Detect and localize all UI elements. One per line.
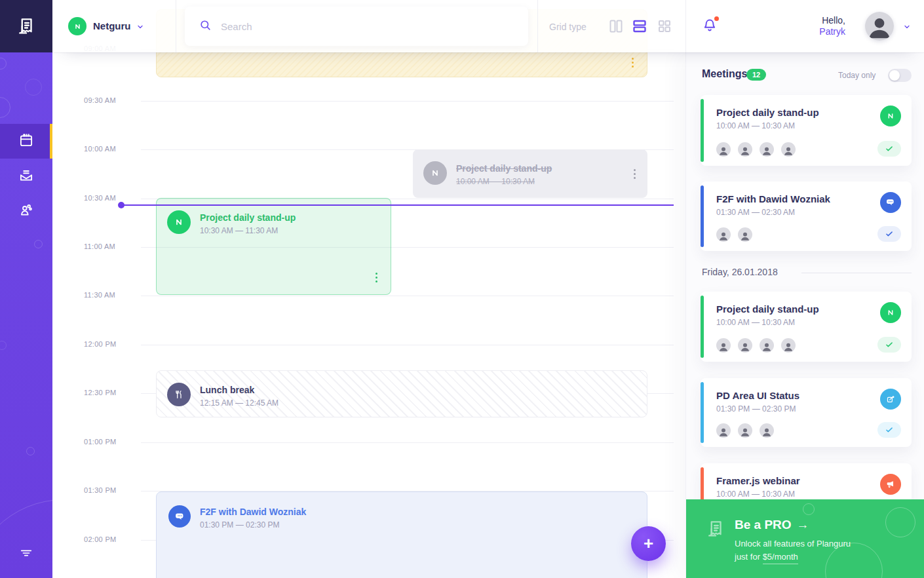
time-label: 01:30 PM: [84, 486, 130, 494]
calendar-icon: [18, 132, 35, 151]
event-card-break[interactable]: Lunch break 12:15 AM — 12:45 AM: [156, 370, 647, 417]
filter-button[interactable]: [13, 541, 39, 568]
decorative-circle: [25, 79, 42, 96]
avatar: [760, 142, 774, 157]
sidebar: [0, 0, 52, 578]
event-time: 10:30 AM — 11:30 AM: [200, 226, 278, 235]
avatar: [781, 142, 796, 157]
attendance-check[interactable]: [877, 141, 901, 157]
app-logo[interactable]: [0, 0, 52, 52]
meeting-card[interactable]: Project daily stand-up 10:00 AM — 10:30 …: [701, 95, 912, 166]
chat-icon: [168, 505, 191, 528]
notifications-bell-icon[interactable]: [701, 17, 720, 35]
attendee-avatars: [716, 227, 752, 242]
meeting-time: 10:00 AM — 10:30 AM: [716, 490, 795, 499]
attendance-check[interactable]: [877, 422, 901, 438]
search-box[interactable]: [185, 7, 528, 46]
chevron-down-icon[interactable]: [136, 22, 144, 33]
avatar: [738, 142, 752, 157]
event-time: 10:00 AM — 10:30 AM: [456, 177, 535, 186]
avatar: [716, 227, 731, 242]
share-icon: [880, 389, 901, 410]
event-menu-icon[interactable]: [634, 169, 636, 179]
meeting-color-bar: [701, 382, 704, 443]
pro-line2-prefix: just for: [735, 552, 763, 562]
avatar: [738, 338, 752, 353]
meeting-color-bar: [701, 296, 704, 358]
meeting-card[interactable]: F2F with Dawid Wozniak 01:30 AM — 02:30 …: [701, 182, 912, 251]
pro-banner-line2: just for $5/month: [735, 552, 798, 562]
netguru-icon: [880, 106, 901, 126]
search-input[interactable]: [221, 21, 496, 32]
decorative-circle: [0, 58, 7, 69]
meeting-title: PD Area UI Status: [716, 390, 799, 401]
grid-rows-icon-active[interactable]: [632, 18, 647, 34]
event-menu-icon[interactable]: [632, 58, 634, 67]
meeting-color-bar: [701, 185, 704, 247]
event-card-active[interactable]: Project daily stand-up 10:30 AM — 11:30 …: [156, 198, 391, 295]
pro-banner[interactable]: Be a PRO→ Unlock all features of Plangur…: [686, 499, 924, 578]
greeting-hello: Hello,: [767, 15, 845, 26]
event-title: Project daily stand-up: [456, 163, 552, 174]
grid-type-label: Grid type: [549, 22, 587, 32]
pro-price-link[interactable]: $5/month: [763, 552, 798, 564]
calendar-view: 09:00 AM 09:30 AM 10:00 AM 10:30 AM 11:0…: [52, 0, 685, 578]
meeting-card[interactable]: PD Area UI Status 01:30 PM — 02:30 PM: [701, 378, 912, 447]
avatar: [760, 423, 774, 438]
chat-icon: [880, 192, 901, 213]
decorative-circle: [885, 507, 915, 537]
avatar: [760, 338, 774, 353]
event-card-f2f[interactable]: F2F with Dawid Wozniak 01:30 PM — 02:30 …: [156, 491, 647, 578]
meeting-title: Framer.js webinar: [716, 475, 800, 486]
inbox-icon: [18, 166, 35, 186]
time-label: 12:00 PM: [84, 340, 130, 348]
event-card-done[interactable]: Project daily stand-up 10:00 AM — 10:30 …: [413, 149, 647, 198]
gridline: [141, 296, 674, 296]
avatar: [716, 338, 731, 353]
today-only-label: Today only: [838, 71, 876, 80]
time-label: 02:00 PM: [84, 535, 130, 543]
sidebar-item-team[interactable]: [0, 193, 52, 228]
meeting-time: 01:30 PM — 02:30 PM: [716, 404, 796, 414]
meeting-time: 01:30 AM — 02:30 AM: [716, 208, 795, 217]
meeting-title: Project daily stand-up: [716, 107, 819, 118]
event-time: 12:15 AM — 12:45 AM: [200, 398, 279, 408]
avatar: [716, 423, 731, 438]
pro-banner-title: Be a PRO→: [735, 518, 809, 532]
meeting-color-bar: [701, 99, 704, 162]
attendance-check[interactable]: [877, 226, 901, 242]
meeting-card[interactable]: Project daily stand-up 10:00 AM — 10:30 …: [701, 292, 912, 362]
attendance-check[interactable]: [877, 337, 901, 353]
search-icon: [199, 19, 212, 34]
avatar: [738, 227, 752, 242]
sidebar-item-inbox[interactable]: [0, 159, 52, 193]
toggle-knob: [889, 70, 900, 81]
netguru-icon: [167, 210, 191, 234]
event-menu-icon[interactable]: [375, 273, 377, 282]
grid-columns-icon[interactable]: [608, 18, 624, 34]
user-avatar[interactable]: [865, 12, 894, 41]
filter-icon: [19, 546, 33, 563]
top-bar: Netguru Grid type Hello, Patryk: [52, 0, 924, 52]
current-time-indicator: [120, 204, 674, 206]
app-logo-icon: [706, 519, 725, 541]
panel-title: Meetings: [702, 68, 747, 80]
chevron-down-icon[interactable]: [903, 22, 911, 33]
add-event-button[interactable]: +: [631, 526, 666, 561]
grid-squares-icon[interactable]: [657, 18, 672, 34]
today-only-toggle[interactable]: [888, 69, 912, 82]
event-title: F2F with Dawid Wozniak: [200, 507, 306, 517]
workspace-name[interactable]: Netguru: [93, 20, 131, 31]
arrow-right-icon: →: [797, 518, 809, 531]
event-title: Lunch break: [200, 385, 254, 395]
time-label: 12:30 PM: [84, 389, 130, 396]
netguru-icon: [423, 161, 447, 185]
megaphone-icon: [880, 474, 901, 495]
attendee-avatars: [716, 338, 796, 353]
date-divider: Friday, 26.01.2018: [702, 266, 912, 279]
sidebar-item-calendar[interactable]: [0, 124, 52, 159]
team-icon: [18, 201, 35, 221]
workspace-logo-icon: [68, 17, 87, 35]
time-label: 01:00 PM: [84, 438, 130, 446]
time-label: 09:30 AM: [84, 96, 130, 104]
